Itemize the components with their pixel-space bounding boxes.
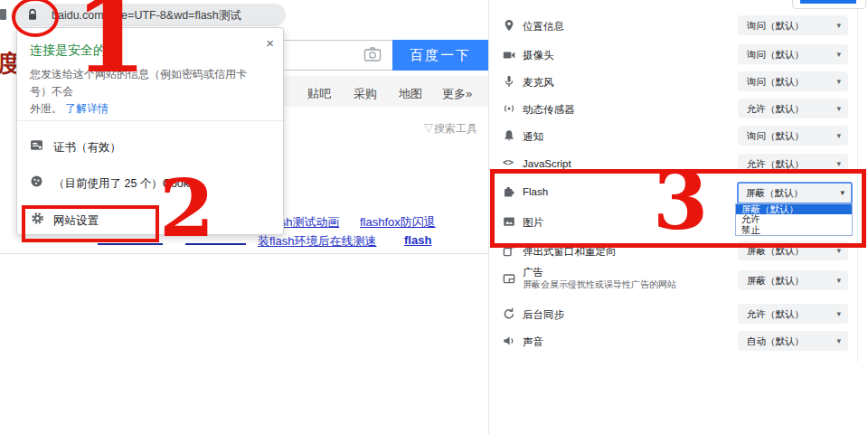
permission-dropdown-camera[interactable]: 询问（默认）▾ bbox=[738, 44, 848, 64]
obscured-link-underline[interactable] bbox=[98, 243, 163, 245]
chevron-down-icon: ▾ bbox=[836, 270, 841, 290]
setting-label: 通知 bbox=[523, 130, 543, 144]
setting-label: 麦克风 bbox=[523, 76, 554, 90]
cookie-item[interactable]: （目前使用了 25 个）Cookie bbox=[17, 173, 283, 194]
annotation-number-2: 2 bbox=[159, 168, 214, 248]
permission-dropdown-notifications[interactable]: 询问（默认）▾ bbox=[738, 126, 848, 146]
setting-label: 后台同步 bbox=[523, 308, 564, 322]
tab-more[interactable]: 更多» bbox=[442, 86, 472, 102]
sensors-icon bbox=[503, 102, 515, 115]
tab-map[interactable]: 地图 bbox=[399, 86, 422, 102]
reset-button-text-fragment bbox=[800, 0, 856, 4]
setting-label: JavaScript bbox=[523, 158, 571, 169]
cut-off-icon bbox=[0, 9, 6, 20]
permission-dropdown-location[interactable]: 询问（默认）▾ bbox=[738, 15, 848, 35]
ads-icon bbox=[503, 272, 515, 285]
certificate-item[interactable]: 证书（有效） bbox=[17, 137, 283, 158]
search-tools[interactable]: ▽搜索工具 bbox=[423, 121, 477, 137]
site-info-popup: × 连接是安全的 您发送给这个网站的信息（例如密码或信用卡号）不会 外泄。 了解… bbox=[16, 27, 284, 235]
annotation-number-3: 3 bbox=[653, 161, 708, 241]
cookie-icon bbox=[30, 175, 43, 188]
camera-icon bbox=[503, 49, 515, 61]
result-link[interactable]: 装flash环境后在线测速 bbox=[258, 233, 376, 250]
code-icon: <> bbox=[503, 157, 514, 167]
permission-dropdown-microphone[interactable]: 询问（默认）▾ bbox=[738, 71, 848, 91]
bell-icon bbox=[503, 129, 515, 142]
close-icon[interactable]: × bbox=[266, 35, 274, 51]
chevron-down-icon: ▾ bbox=[836, 126, 841, 146]
setting-sublabel: 屏蔽会展示侵扰性或误导性广告的网站 bbox=[523, 278, 676, 291]
setting-label: 广告 bbox=[523, 266, 543, 279]
permission-dropdown-ads[interactable]: 屏蔽（默认）▾ bbox=[738, 270, 848, 290]
permission-dropdown-sound[interactable]: 自动（默认）▾ bbox=[738, 331, 848, 351]
location-icon bbox=[503, 19, 515, 32]
setting-label: 动态传感器 bbox=[523, 103, 575, 117]
microphone-icon bbox=[503, 75, 515, 88]
reset-permissions-button-partial[interactable] bbox=[792, 0, 866, 9]
result-link[interactable]: flash bbox=[404, 233, 431, 247]
setting-label: 摄像头 bbox=[523, 49, 554, 62]
chevron-down-icon: ▾ bbox=[836, 15, 841, 35]
screenshot-root: baidu.com/s?ie=UTF-8&wd=flash测试 1 度 百度一下… bbox=[0, 0, 868, 434]
popup-description: 您发送给这个网站的信息（例如密码或信用卡号）不会 外泄。 了解详情 bbox=[30, 66, 267, 118]
learn-more-link[interactable]: 了解详情 bbox=[65, 102, 108, 115]
chevron-down-icon: ▾ bbox=[836, 71, 841, 91]
page-divider bbox=[0, 253, 488, 254]
panel-seam bbox=[488, 0, 489, 434]
permission-dropdown-background-sync[interactable]: 允许（默认）▾ bbox=[738, 304, 848, 324]
tab-tieba[interactable]: 贴吧 bbox=[307, 86, 331, 102]
chevron-down-icon: ▾ bbox=[836, 44, 841, 64]
chevron-down-icon: ▾ bbox=[836, 304, 841, 324]
sync-icon bbox=[503, 307, 515, 320]
camera-search-icon[interactable] bbox=[363, 46, 382, 62]
certificate-icon bbox=[30, 138, 43, 152]
setting-label: 声音 bbox=[523, 335, 543, 349]
popup-separator bbox=[17, 120, 283, 121]
chevron-down-icon: ▾ bbox=[836, 331, 841, 351]
tab-caigou[interactable]: 采购 bbox=[354, 86, 377, 102]
annotation-number-1: 1 bbox=[74, 0, 147, 87]
speaker-icon bbox=[503, 335, 515, 347]
permission-dropdown-sensors[interactable]: 允许（默认）▾ bbox=[738, 99, 848, 118]
annotation-box-2 bbox=[22, 205, 159, 242]
setting-label: 位置信息 bbox=[523, 20, 564, 33]
funnel-icon: ▽ bbox=[423, 122, 434, 135]
baidu-search-button[interactable]: 百度一下 bbox=[392, 40, 488, 71]
result-link[interactable]: flashfox防闪退 bbox=[360, 214, 436, 231]
chevron-down-icon: ▾ bbox=[836, 99, 841, 118]
